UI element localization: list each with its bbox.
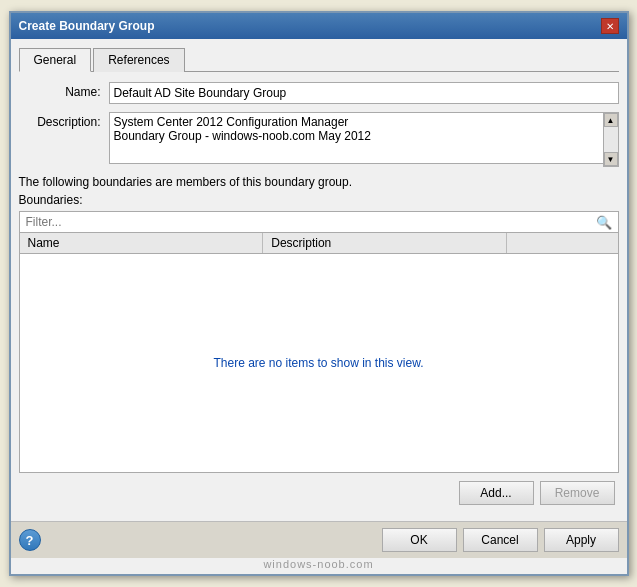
tab-general[interactable]: General [19,48,92,72]
name-input[interactable] [109,82,619,104]
apply-button[interactable]: Apply [544,528,619,552]
scroll-down-arrow[interactable]: ▼ [604,152,618,166]
close-button[interactable]: ✕ [601,18,619,34]
filter-row: 🔍 [19,211,619,233]
col-name: Name [20,233,264,253]
boundaries-list: Name Description There are no items to s… [19,233,619,473]
title-bar: Create Boundary Group ✕ [11,13,627,39]
search-icon: 🔍 [590,215,618,230]
ok-button[interactable]: OK [382,528,457,552]
dialog-footer: ? OK Cancel Apply [11,521,627,558]
col-description: Description [263,233,507,253]
tab-references[interactable]: References [93,48,184,72]
description-wrap: System Center 2012 Configuration Manager… [109,112,619,167]
remove-button[interactable]: Remove [540,481,615,505]
watermark: windows-noob.com [11,558,627,574]
scroll-up-arrow[interactable]: ▲ [604,113,618,127]
dialog-body: General References Name: Description: Sy… [11,39,627,521]
add-button[interactable]: Add... [459,481,534,505]
cancel-button[interactable]: Cancel [463,528,538,552]
boundaries-label: Boundaries: [19,193,619,207]
help-button[interactable]: ? [19,529,41,551]
add-remove-buttons: Add... Remove [19,481,619,505]
description-input[interactable]: System Center 2012 Configuration Manager… [109,112,619,164]
dialog-title: Create Boundary Group [19,19,155,33]
footer-left: ? [19,529,41,551]
name-label: Name: [19,82,109,99]
name-row: Name: [19,82,619,104]
dialog-window: Create Boundary Group ✕ General Referenc… [9,11,629,576]
description-row: Description: System Center 2012 Configur… [19,112,619,167]
list-header: Name Description [20,233,618,254]
footer-right: OK Cancel Apply [382,528,619,552]
description-label: Description: [19,112,109,129]
no-items-message: There are no items to show in this view. [213,356,423,370]
description-scrollbar[interactable]: ▲ ▼ [603,112,619,167]
boundaries-info: The following boundaries are members of … [19,175,619,189]
tab-bar: General References [19,47,619,72]
col-action [507,233,617,253]
filter-input[interactable] [20,213,590,231]
list-body: There are no items to show in this view. [20,254,618,472]
